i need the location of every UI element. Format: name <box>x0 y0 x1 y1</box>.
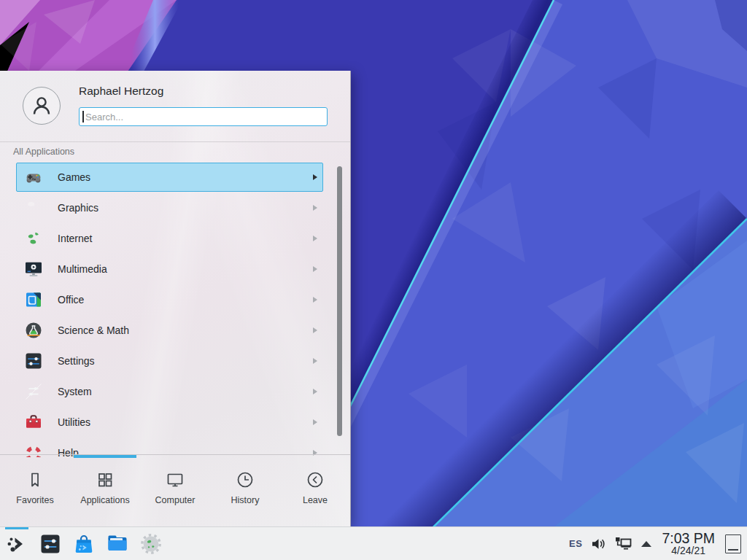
submenu-arrow-icon <box>313 358 317 364</box>
submenu-arrow-icon <box>313 419 317 425</box>
launcher-tabbar: Favorites Applications Computer History <box>0 455 350 526</box>
user-avatar[interactable] <box>23 87 61 125</box>
taskbar-app-button[interactable] <box>39 532 62 556</box>
header-divider <box>0 141 350 142</box>
search-input[interactable] <box>79 107 328 126</box>
category-item[interactable]: Graphics <box>16 192 323 223</box>
office-icon <box>24 290 43 309</box>
submenu-arrow-icon <box>313 297 317 303</box>
category-label: Office <box>58 294 84 306</box>
discover-store-icon <box>72 532 96 556</box>
category-item[interactable]: Science & Math <box>16 315 323 346</box>
list-scrollbar[interactable] <box>337 166 342 436</box>
user-icon <box>29 93 54 118</box>
text-caret <box>82 111 84 122</box>
category-item[interactable]: Multimedia <box>16 254 323 284</box>
tab-label: Leave <box>303 495 328 505</box>
launcher-tab[interactable]: Computer <box>140 455 210 526</box>
leave-back-icon <box>306 470 325 489</box>
launcher-tab[interactable]: History <box>210 455 280 526</box>
system-settings-icon <box>39 532 62 556</box>
keyboard-layout-indicator[interactable]: ES <box>569 538 582 549</box>
application-launcher-popup: Raphael Hertzog All Applications Games G… <box>0 71 351 526</box>
internet-icon <box>24 229 43 248</box>
category-label: Settings <box>58 355 95 367</box>
taskbar-launchers <box>5 532 163 556</box>
kde-launcher-icon <box>5 532 28 556</box>
globe-gear-icon <box>139 532 163 556</box>
digital-clock[interactable]: 7:03 PM 4/24/21 <box>662 531 715 556</box>
taskbar-app-button[interactable] <box>106 532 129 556</box>
tab-label: Computer <box>155 495 196 505</box>
settings-icon <box>24 351 43 370</box>
bookmark-icon <box>26 470 44 489</box>
user-name: Raphael Hertzog <box>79 85 163 98</box>
volume-icon[interactable] <box>591 537 606 551</box>
system-icon <box>24 382 43 401</box>
show-desktop-button[interactable] <box>725 534 741 553</box>
category-item[interactable]: Internet <box>16 223 323 254</box>
taskbar-app-button[interactable] <box>72 532 96 556</box>
category-label: Internet <box>58 233 92 244</box>
category-item[interactable]: System <box>16 376 323 407</box>
launcher-tab[interactable]: Applications <box>70 455 140 526</box>
file-manager-icon <box>106 532 129 556</box>
graphics-icon <box>24 198 43 217</box>
category-label: Games <box>58 171 90 183</box>
system-tray: ES 7:03 PM 4/24/21 <box>569 531 741 556</box>
submenu-arrow-icon <box>313 266 317 272</box>
clock-date: 4/24/21 <box>662 545 715 556</box>
taskbar-app-button[interactable] <box>139 532 163 556</box>
category-label: Utilities <box>58 416 90 428</box>
submenu-arrow-icon <box>313 174 317 180</box>
network-icon[interactable] <box>615 537 632 551</box>
category-item[interactable]: Games <box>16 162 323 192</box>
section-label: All Applications <box>13 147 74 157</box>
app-grid-icon <box>96 470 115 489</box>
taskbar: ES 7:03 PM 4/24/21 <box>0 526 747 560</box>
multimedia-icon <box>24 260 43 279</box>
clock-icon <box>236 470 255 489</box>
category-list: Games Graphics Internet <box>0 162 350 457</box>
science-icon <box>24 321 43 340</box>
category-label: Multimedia <box>58 263 107 275</box>
category-label: System <box>58 386 92 397</box>
category-label: Graphics <box>58 202 98 214</box>
clock-time: 7:03 PM <box>662 531 715 545</box>
submenu-arrow-icon <box>313 327 317 333</box>
tab-label: Favorites <box>16 495 53 505</box>
tab-label: Applications <box>80 495 129 505</box>
submenu-arrow-icon <box>313 236 317 241</box>
submenu-arrow-icon <box>313 205 317 211</box>
launcher-tab[interactable]: Leave <box>280 455 350 526</box>
category-label: Science & Math <box>58 324 129 336</box>
category-item[interactable]: Utilities <box>16 407 323 438</box>
category-item[interactable]: Settings <box>16 346 323 376</box>
launcher-tab[interactable]: Favorites <box>0 455 70 526</box>
monitor-icon <box>166 470 185 489</box>
taskbar-app-button[interactable] <box>5 532 28 556</box>
utilities-icon <box>24 413 43 432</box>
expand-tray-icon[interactable] <box>641 541 651 547</box>
submenu-arrow-icon <box>313 389 317 394</box>
category-item[interactable]: Office <box>16 284 323 315</box>
games-icon <box>24 168 43 187</box>
tab-label: History <box>231 495 260 505</box>
